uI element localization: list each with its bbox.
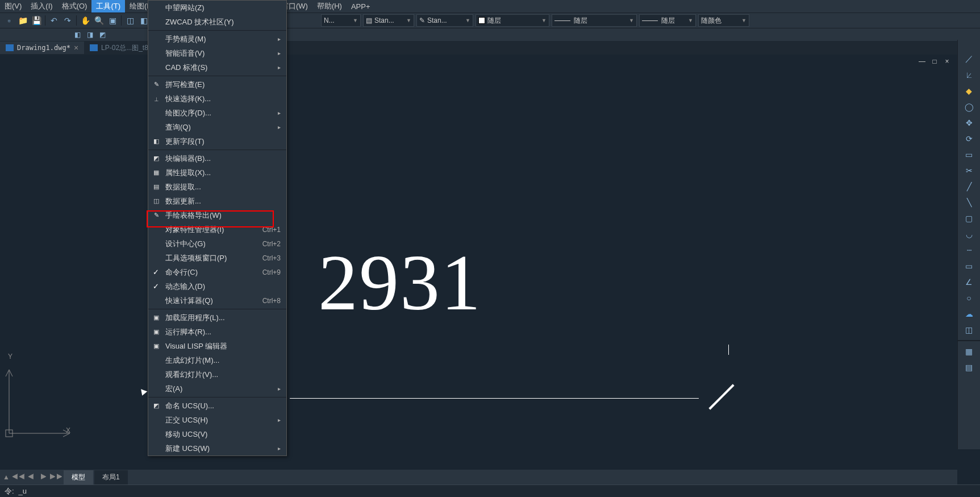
open-icon[interactable]: 📁 [16,14,29,27]
nav-prev-icon[interactable]: ⯇ [26,472,36,482]
save-icon[interactable]: 💾 [30,14,43,27]
zoom-icon[interactable]: 🔍 [93,14,105,27]
menu-item-icon: ✎ [152,211,161,220]
menu-item[interactable]: ⟂快速选择(K)... [148,92,286,106]
menu-item[interactable]: 中望网站(Z) [148,1,286,15]
menu-item[interactable]: ▦属性提取(X)... [148,165,286,180]
rotate-icon[interactable]: ⟳ [962,132,976,146]
menu-item[interactable]: ◩命名 UCS(U)... [148,399,286,413]
sub-toolbar: ◧ ◨ ◩ [0,28,980,41]
menu-item[interactable]: ◩块编辑器(B)... [148,151,286,165]
menu-item[interactable]: 绘图次序(D)...▸ [148,106,286,120]
command-line[interactable]: 令: _u [0,484,980,497]
menu-item[interactable]: ◫数据更新... [148,194,286,208]
misc-icon[interactable]: ◫ [124,14,136,27]
tool-icon[interactable]: ◧ [72,30,82,40]
close-icon[interactable]: × [943,57,952,66]
frame-icon[interactable]: ◫ [962,323,976,337]
menu-item[interactable]: 工具选项板窗口(P)Ctrl+3 [148,251,286,265]
tool-icon[interactable]: ◩ [97,30,107,40]
tool-icon[interactable]: ◨ [85,30,95,40]
rect2-icon[interactable]: ▭ [962,259,976,273]
menu-item[interactable]: ▤数据提取... [148,180,286,194]
menu-item[interactable]: 手势精灵(M)▸ [148,32,286,46]
menu-item-label: 正交 UCS(H) [165,415,208,425]
arc-icon[interactable]: ◡ [962,227,976,241]
angle-icon[interactable]: ∠ [962,275,976,289]
menu-item[interactable]: ✓动态输入(D) [148,279,286,293]
move-icon[interactable]: ✥ [962,116,976,130]
lineweight-dropdown[interactable]: 随层▼ [639,14,696,27]
menu-format[interactable]: 格式(O) [57,0,92,13]
line-icon[interactable]: ／ [962,52,976,66]
menu-item-label: 快速选择(K)... [165,94,211,104]
doc-tab[interactable]: LP-02总...图_t8 [84,42,154,55]
rect-icon[interactable]: ▭ [962,148,976,161]
menu-item[interactable]: 新建 UCS(W)▸ [148,441,286,455]
circle-icon[interactable]: ◯ [962,100,976,114]
linetype-dropdown[interactable]: 随层▼ [552,14,637,27]
trim-icon[interactable]: ✂ [962,164,976,177]
menu-app[interactable]: APP+ [347,1,375,12]
menu-item[interactable]: 对象特性管理器(I)Ctrl+1 [148,222,286,237]
menu-item[interactable]: 查询(Q)▸ [148,120,286,134]
menu-item[interactable]: 宏(A)▸ [148,382,286,396]
palette2-icon[interactable]: ▤ [962,361,976,374]
menu-insert[interactable]: 插入(I) [26,0,57,13]
nav-prev-icon[interactable]: ⯇⯇ [14,472,24,482]
nav-first-icon[interactable]: ▲ [1,472,11,482]
submenu-arrow-icon: ▸ [278,110,281,116]
dimstyle-dropdown[interactable]: ✎Stan...▼ [416,14,473,27]
textstyle-dropdown[interactable]: ▤Stan...▼ [363,14,414,27]
menu-item[interactable]: ▣运行脚本(R)... [148,325,286,339]
menu-view[interactable]: 图(V) [0,0,26,13]
zoom-window-icon[interactable]: ▣ [106,14,119,27]
minimize-icon[interactable]: — [918,57,927,66]
maximize-icon[interactable]: □ [930,57,939,66]
pan-icon[interactable]: ✋ [79,14,91,27]
box-icon[interactable]: ▢ [962,212,976,225]
menu-item[interactable]: 移动 UCS(V) [148,427,286,441]
menu-tools[interactable]: 工具(T) [91,0,125,13]
palette-icon[interactable]: ▦ [962,345,976,358]
menu-item[interactable]: ZWCAD 技术社区(Y) [148,15,286,29]
window-controls: — □ × [918,57,952,66]
menu-item[interactable]: 智能语音(V)▸ [148,46,286,60]
layer-icon[interactable]: ◆ [962,84,976,98]
chevron-down-icon: ▼ [688,18,693,23]
nav-last-icon[interactable]: ⯈⯈ [51,472,61,482]
menu-item[interactable]: ▣Visual LISP 编辑器 [148,339,286,353]
check-icon: ✓ [153,268,159,276]
cloud-icon[interactable]: ☁ [962,307,976,321]
style-dropdown-1[interactable]: N...▼ [321,14,361,27]
redo-icon[interactable]: ↷ [61,14,74,27]
undo-icon[interactable]: ↶ [48,14,60,27]
close-icon[interactable]: × [74,43,78,52]
line3-icon[interactable]: ╲ [962,196,976,209]
menu-item[interactable]: 快速计算器(Q)Ctrl+8 [148,293,286,308]
layout-tab-model[interactable]: 模型 [64,470,93,484]
dash-icon[interactable]: ┄ [962,243,976,257]
menu-item[interactable]: ◧更新字段(T) [148,134,286,148]
menu-item[interactable]: ✎拼写检查(E) [148,77,286,92]
drawing-canvas[interactable]: 2931 Y X [0,55,957,469]
layout-tab-layout1[interactable]: 布局1 [94,470,128,484]
new-icon[interactable]: ▫ [3,14,15,27]
menu-item[interactable]: 生成幻灯片(M)... [148,353,286,367]
polyline-icon[interactable]: ⟀ [962,68,976,82]
menu-item[interactable]: CAD 标准(S)▸ [148,60,286,74]
menu-help[interactable]: 帮助(H) [312,0,347,13]
menu-item[interactable]: ✓命令行(C)Ctrl+9 [148,265,286,279]
circle2-icon[interactable]: ○ [962,291,976,305]
menu-item[interactable]: 观看幻灯片(V)... [148,367,286,382]
menu-item[interactable]: 设计中心(G)Ctrl+2 [148,237,286,251]
menu-item[interactable]: 正交 UCS(H)▸ [148,413,286,427]
submenu-arrow-icon: ▸ [278,124,281,130]
nav-next-icon[interactable]: ⯈ [39,472,49,482]
plotstyle-dropdown[interactable]: 随颜色▼ [698,14,749,27]
color-dropdown[interactable]: 随层▼ [476,14,549,27]
line2-icon[interactable]: ╱ [962,180,976,193]
menu-item[interactable]: ▣加载应用程序(L)... [148,310,286,325]
doc-tab-active[interactable]: Drawing1.dwg* × [0,42,84,54]
menu-item[interactable]: ✎手绘表格导出(W) [148,208,286,222]
